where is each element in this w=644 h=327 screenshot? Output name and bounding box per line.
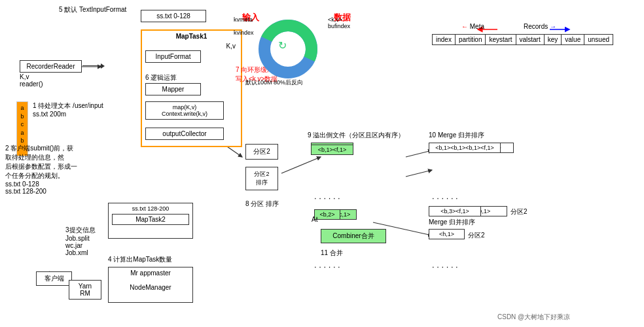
dots4: · · · · · · (432, 262, 458, 271)
step10-label: 10 Merge 归并排序 (429, 131, 484, 140)
spill-bf1: <b,1><f,1> (311, 145, 353, 155)
step1-label: 1 待处理文本 /user/input ss.txt 200m (33, 101, 118, 118)
donut-chart: ↻ kvmeta kvindex <k,v>bufindex 默认100M 80… (259, 20, 317, 78)
client-box: 客户端 (36, 271, 72, 286)
col-key: key (545, 35, 562, 44)
merge-area2: <a,2><c,1><e,1> <b,3><f,1> 分区1 分区2 Merge… (429, 206, 563, 240)
step6-label: 6 逻辑运算 (145, 73, 177, 82)
p2-label2: 分区2 (510, 207, 563, 216)
meta-arrow-label: ← Meta (461, 23, 484, 30)
combiner-box: Combiner合并 (321, 229, 386, 243)
maptask1-box: MapTask1 K,v InputFormat 6 逻辑运算 Mapper m… (141, 29, 242, 147)
svg-line-7 (406, 170, 432, 177)
kv-reader-label: K,vreader() (20, 73, 43, 88)
table-header: index partition keystart valstart key va… (432, 34, 613, 45)
col-partition: partition (456, 35, 486, 44)
comb-b2: <b,2> (314, 209, 340, 220)
arrowhead-rec-input (101, 63, 105, 69)
dots2: · · · · · · (432, 193, 458, 203)
percent-label: 默认100M 80%后反向 (245, 78, 337, 87)
p2-final: 分区2 (468, 231, 504, 240)
mapper-box: Mapper (145, 83, 201, 95)
dots1: · · · · · · (314, 193, 340, 203)
step11-label: 11 合并 (321, 249, 343, 258)
svg-line-6 (406, 150, 432, 157)
kv-label: K,v (226, 43, 236, 50)
inputformat-box: InputFormat (145, 50, 201, 63)
at-label: At (312, 216, 317, 223)
sstxt-0128-box: ss.txt 0-128 (141, 10, 206, 22)
step4-label: 4 计算出MapTask数量 (108, 255, 172, 264)
arrow-rec-input (82, 65, 102, 66)
appmaster-box: Mr appmasterNodeManager (108, 267, 193, 303)
recorder-reader-box: RecorderReader (20, 60, 82, 73)
yarn-rm-box: YarnRM (69, 280, 101, 300)
mapkv-box: map(K,v)Context.write(k,v) (145, 101, 224, 120)
svg-line-5 (281, 157, 321, 173)
kv-buf-label: <k,v>bufindex (328, 16, 350, 29)
step3-label: 3提交信息Job.splitwc.jarJob.xml (65, 226, 96, 256)
merge2-title: Merge 归并排序 (429, 218, 563, 227)
step8-label: 8 分区 排序 (245, 199, 279, 209)
step9-label: 9 溢出倒文件（分区且区内有序） (308, 131, 404, 140)
merge2-right: <b,3><f,1> (429, 206, 481, 216)
step2-label: 2 客户端submit()前，获取待处理的信息，然后根据参数配置，形成一个任务分… (5, 144, 107, 195)
dots3: · · · · · · (314, 262, 340, 271)
col-valstart: valstart (516, 35, 545, 44)
diagram: 5 默认 TextInputFormat ss.txt 0-128 MapTas… (0, 0, 644, 327)
partition2-box: 分区2 (245, 144, 278, 160)
records-arrow-label: Records → (524, 23, 556, 30)
merge-right-top: <b,1><b,1><b,1><f,1> (429, 143, 501, 153)
footer-label: CSDN @大树地下好乘凉 (497, 313, 570, 322)
maptask2-label: MapTask2 (112, 214, 189, 225)
col-index: index (433, 35, 456, 44)
col-value: value (562, 35, 584, 44)
step5-label: 5 默认 TextInputFormat (59, 5, 126, 14)
maptask1-label: MapTask1 (145, 33, 238, 40)
kvmeta-label: kvmeta (234, 16, 253, 23)
partition2-sort-box: 分区2排序 (245, 167, 278, 190)
kvindex-label: kvindex (234, 29, 254, 36)
sstxt-128200-box: ss.txt 128-200 MapTask2 (108, 203, 193, 239)
output-collector-box: outputCollector (145, 128, 224, 140)
h1-box: <h,1> (429, 229, 465, 239)
col-keystart: keystart (486, 35, 516, 44)
col-unsued: unsued (584, 35, 613, 44)
